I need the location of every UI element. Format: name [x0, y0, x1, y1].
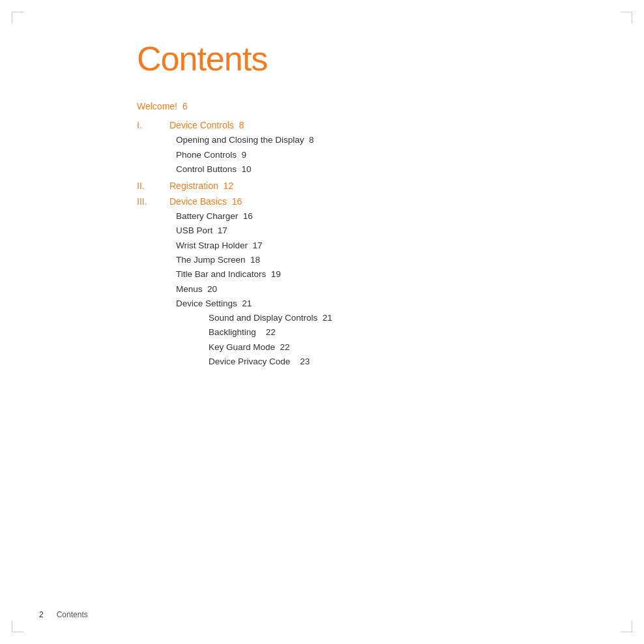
- section-iii-subsub-1: Sound and Display Controls 21: [209, 311, 605, 325]
- section-iii-subsub-3: Key Guard Mode 22: [209, 340, 605, 355]
- section-i-sub-1: Opening and Closing the Display 8: [176, 133, 605, 147]
- section-iii-subsub-2: Backlighting 22: [209, 325, 605, 340]
- section-ii-heading: II. Registration 12: [137, 181, 605, 192]
- footer-page-number: 2: [39, 610, 44, 619]
- toc-welcome: Welcome! 6: [137, 99, 605, 115]
- section-iii-sub-3: Wrist Strap Holder 17: [176, 239, 605, 253]
- section-iii-sub-7: Device Settings 21: [176, 297, 605, 311]
- section-iii-heading: III. Device Basics 16: [137, 196, 605, 208]
- section-i-sub-3: Control Buttons 10: [176, 162, 605, 177]
- section-iii-sub-5: Title Bar and Indicators 19: [176, 267, 605, 282]
- section-iii-subsub-4: Device Privacy Code 23: [209, 355, 605, 369]
- page-title: Contents: [137, 39, 605, 78]
- corner-mark-tl: [12, 12, 23, 23]
- page-footer: 2 Contents: [39, 610, 88, 619]
- section-iii-sub-2: USB Port 17: [176, 224, 605, 238]
- section-ii-block: II. Registration 12: [137, 181, 605, 192]
- section-i-numeral: I.: [137, 120, 169, 130]
- section-iii-block: III. Device Basics 16 Battery Charger 16…: [137, 196, 605, 369]
- section-iii-sub-1: Battery Charger 16: [176, 209, 605, 224]
- section-iii-sub-6: Menus 20: [176, 282, 605, 297]
- corner-mark-tr: [621, 12, 632, 23]
- corner-mark-br: [621, 621, 632, 632]
- section-i-heading: I. Device Controls 8: [137, 120, 605, 132]
- section-ii-numeral: II.: [137, 181, 169, 191]
- section-i-block: I. Device Controls 8 Opening and Closing…: [137, 120, 605, 177]
- table-of-contents: Welcome! 6 I. Device Controls 8 Opening …: [137, 99, 605, 369]
- section-i-sub-2: Phone Controls 9: [176, 148, 605, 162]
- section-iii-title: Device Basics 16: [169, 196, 242, 207]
- section-ii-title: Registration 12: [169, 181, 233, 191]
- corner-mark-bl: [12, 621, 23, 632]
- footer-label: Contents: [57, 610, 88, 619]
- section-i-title: Device Controls 8: [169, 120, 244, 130]
- section-iii-sub-4: The Jump Screen 18: [176, 253, 605, 267]
- page-content: Contents Welcome! 6 I. Device Controls 8…: [137, 39, 605, 605]
- welcome-label: Welcome! 6: [137, 99, 188, 113]
- section-iii-numeral: III.: [137, 196, 169, 207]
